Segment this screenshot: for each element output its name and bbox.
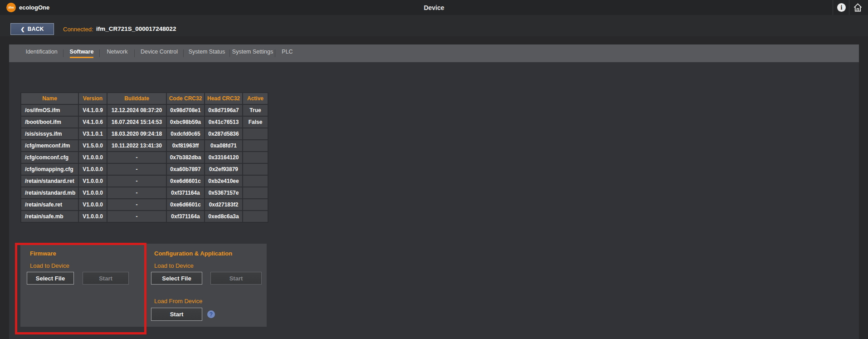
column-header-active: Active xyxy=(243,93,268,104)
back-button[interactable]: ❮ BACK xyxy=(10,23,54,35)
table-cell: 10.11.2022 13:41:30 xyxy=(107,140,166,152)
table-row: /cfg/memconf.ifmV1.5.0.010.11.2022 13:41… xyxy=(21,140,268,152)
tab-software[interactable]: Software xyxy=(63,44,100,62)
table-cell: V4.1.0.6 xyxy=(78,116,107,128)
table-cell: 0x41c76513 xyxy=(205,116,243,128)
column-header-name: Name xyxy=(21,93,78,104)
table-row: /retain/safe.retV1.0.0.0-0xe6d6601c0xd27… xyxy=(21,199,268,211)
configuration-start-upload-button: Start xyxy=(210,272,262,285)
tab-label: PLC xyxy=(282,49,293,58)
firmware-load-to-device-label: Load to Device xyxy=(30,262,69,269)
table-row: /boot/boot.ifmV4.1.0.616.07.2024 15:14:5… xyxy=(21,116,268,128)
table-row: /retain/standard.retV1.0.0.0-0xe6d6601c0… xyxy=(21,175,268,187)
table-cell: /os/ifmOS.ifm xyxy=(21,104,78,116)
table-cell: 0xa08fd71 xyxy=(205,140,243,152)
tab-label: Device Control xyxy=(141,49,178,58)
table-cell: - xyxy=(107,187,166,199)
table-cell: V1.0.0.0 xyxy=(78,152,107,163)
home-icon[interactable] xyxy=(853,2,863,13)
table-cell xyxy=(243,211,268,222)
firmware-section-title: Firmware xyxy=(30,250,56,257)
firmware-select-file-button[interactable]: Select File xyxy=(27,272,74,285)
table-cell: 0x2ef93879 xyxy=(205,163,243,175)
table-cell: 0xb2e410ee xyxy=(205,175,243,187)
tab-plc[interactable]: PLC xyxy=(275,44,299,62)
table-cell: True xyxy=(243,104,268,116)
table-cell: /sis/sissys.ifm xyxy=(21,128,78,140)
tab-label: Network xyxy=(107,49,128,58)
table-cell: V3.1.0.1 xyxy=(78,128,107,140)
table-cell: - xyxy=(107,163,166,175)
table-cell: 0x287d5836 xyxy=(205,128,243,140)
table-cell: 0xed8c6a3a xyxy=(205,211,243,222)
tab-system-status[interactable]: System Status xyxy=(184,44,230,62)
table-cell: 0x5367157e xyxy=(205,187,243,199)
tab-identification[interactable]: Identification xyxy=(20,44,63,62)
table-cell: - xyxy=(107,175,166,187)
actions-panel: Firmware Load to Device Select File Star… xyxy=(20,244,267,327)
configuration-load-to-device-label: Load to Device xyxy=(154,262,194,269)
firmware-start-button: Start xyxy=(83,272,129,285)
configuration-select-file-button[interactable]: Select File xyxy=(151,272,202,285)
table-cell: - xyxy=(107,211,166,222)
table-cell: 0xf81963ff xyxy=(166,140,205,152)
table-cell: /retain/safe.ret xyxy=(21,199,78,211)
table-cell: /cfg/memconf.ifm xyxy=(21,140,78,152)
chevron-left-icon: ❮ xyxy=(20,26,25,32)
column-header-head-crc32: Head CRC32 xyxy=(205,93,243,104)
info-icon[interactable]: i xyxy=(837,3,846,12)
table-row: /retain/standard.mbV1.0.0.0-0xf371164a0x… xyxy=(21,187,268,199)
table-cell: False xyxy=(243,116,268,128)
content-card: IdentificationSoftwareNetworkDevice Cont… xyxy=(9,44,859,339)
tab-label: Software xyxy=(70,49,94,58)
table-cell: V1.0.0.0 xyxy=(78,187,107,199)
tab-bar: IdentificationSoftwareNetworkDevice Cont… xyxy=(9,44,859,62)
tab-system-settings[interactable]: System Settings xyxy=(230,44,275,62)
table-cell: - xyxy=(107,199,166,211)
table-cell: /retain/standard.ret xyxy=(21,175,78,187)
table-cell: 0xf371164a xyxy=(166,187,205,199)
table-cell: 0x98d708e1 xyxy=(166,104,205,116)
table-cell xyxy=(243,140,268,152)
connected-label: Connected: xyxy=(63,26,93,33)
table-cell: - xyxy=(107,152,166,163)
table-cell: V1.0.0.0 xyxy=(78,211,107,222)
configuration-start-download-button[interactable]: Start xyxy=(151,308,202,321)
firmware-section: Firmware Load to Device Select File Star… xyxy=(27,244,132,327)
back-button-label: BACK xyxy=(28,26,44,32)
connected-device-name: ifm_CR721S_000017248022 xyxy=(96,25,176,32)
table-cell: 0xf371164a xyxy=(166,211,205,222)
table-cell: 0xa60b7897 xyxy=(166,163,205,175)
configuration-section: Configuration & Application Load to Devi… xyxy=(151,244,263,327)
table-cell: 0x7b382dba xyxy=(166,152,205,163)
table-cell: 16.07.2024 15:14:53 xyxy=(107,116,166,128)
table-cell: 0xd27183f2 xyxy=(205,199,243,211)
table-row: /retain/safe.mbV1.0.0.0-0xf371164a0xed8c… xyxy=(21,211,268,222)
table-row: /cfg/comconf.cfgV1.0.0.0-0x7b382dba0x331… xyxy=(21,152,268,163)
table-header: NameVersionBuilddateCode CRC32Head CRC32… xyxy=(21,93,268,104)
table-cell: V1.0.0.0 xyxy=(78,163,107,175)
column-header-version: Version xyxy=(78,93,107,104)
top-bar: ifm ecologOne Device i xyxy=(0,0,868,15)
tab-label: Identification xyxy=(25,49,57,58)
tab-device-control[interactable]: Device Control xyxy=(135,44,184,62)
table-cell: V1.0.0.0 xyxy=(78,175,107,187)
table-cell xyxy=(243,163,268,175)
table-cell: /retain/safe.mb xyxy=(21,211,78,222)
help-icon[interactable]: ? xyxy=(207,310,215,318)
configuration-load-from-device-label: Load From Device xyxy=(154,298,202,305)
tab-network[interactable]: Network xyxy=(100,44,135,62)
connection-bar: ❮ BACK Connected: ifm_CR721S_00001724802… xyxy=(0,15,868,36)
table-cell xyxy=(243,152,268,163)
table-cell: 0xe6d6601c xyxy=(166,199,205,211)
table-cell: /retain/standard.mb xyxy=(21,187,78,199)
topbar-divider xyxy=(849,0,849,15)
table-cell: V1.0.0.0 xyxy=(78,199,107,211)
column-header-code-crc32: Code CRC32 xyxy=(166,93,205,104)
table-cell: 0x33164120 xyxy=(205,152,243,163)
table-cell: 0x8d7196a7 xyxy=(205,104,243,116)
table-cell: 0xbc98b59a xyxy=(166,116,205,128)
page-title: Device xyxy=(0,4,868,11)
table-cell: V4.1.0.9 xyxy=(78,104,107,116)
topbar-divider xyxy=(833,0,833,15)
